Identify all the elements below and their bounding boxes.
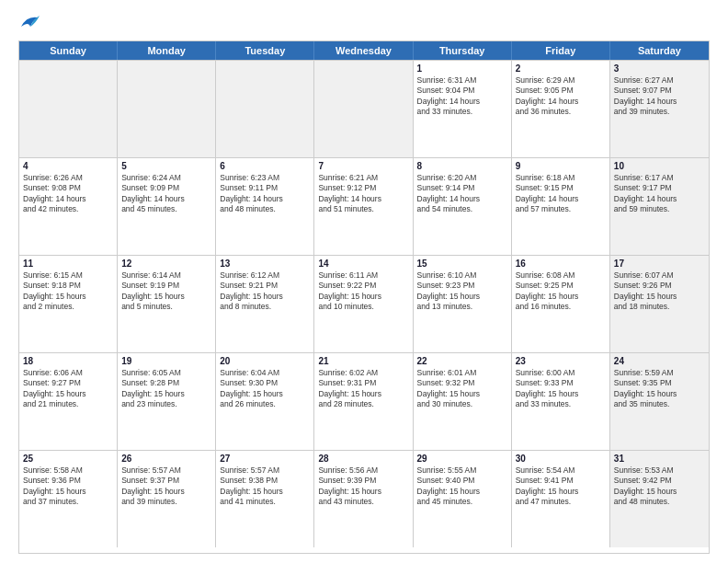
calendar-row-1: 4Sunrise: 6:26 AMSunset: 9:08 PMDaylight… bbox=[19, 157, 709, 255]
day-number: 9 bbox=[516, 161, 606, 171]
cell-info-line: Sunset: 9:05 PM bbox=[516, 86, 606, 96]
day-number: 23 bbox=[516, 356, 606, 366]
cell-info-line: and 26 minutes. bbox=[220, 399, 310, 409]
cell-info-line: Sunset: 9:11 PM bbox=[220, 183, 310, 193]
header-day-wednesday: Wednesday bbox=[314, 41, 413, 60]
day-number: 13 bbox=[220, 259, 310, 269]
day-number: 15 bbox=[417, 259, 507, 269]
cell-info-line: Sunset: 9:04 PM bbox=[417, 86, 507, 96]
cell-info-line: Daylight: 15 hours bbox=[614, 292, 705, 302]
cell-info-line: Daylight: 14 hours bbox=[417, 194, 507, 204]
cell-info-line: Sunrise: 6:14 AM bbox=[121, 270, 211, 281]
calendar-cell: 14Sunrise: 6:11 AMSunset: 9:22 PMDayligh… bbox=[314, 256, 413, 352]
calendar-cell: 10Sunrise: 6:17 AMSunset: 9:17 PMDayligh… bbox=[610, 158, 709, 255]
logo-bird-icon bbox=[19, 14, 40, 30]
cell-info-line: and 30 minutes. bbox=[417, 399, 507, 409]
cell-info-line: and 5 minutes. bbox=[121, 302, 211, 312]
cell-info-line: and 45 minutes. bbox=[121, 204, 211, 214]
day-number: 7 bbox=[318, 161, 408, 171]
cell-info-line: Sunset: 9:35 PM bbox=[614, 378, 705, 388]
calendar-cell: 16Sunrise: 6:08 AMSunset: 9:25 PMDayligh… bbox=[512, 256, 610, 352]
calendar-cell: 23Sunrise: 6:00 AMSunset: 9:33 PMDayligh… bbox=[512, 353, 610, 450]
calendar-cell: 11Sunrise: 6:15 AMSunset: 9:18 PMDayligh… bbox=[19, 256, 118, 352]
cell-info-line: Sunrise: 6:04 AM bbox=[220, 368, 310, 378]
cell-info-line: and 39 minutes. bbox=[614, 107, 705, 117]
day-number: 3 bbox=[614, 63, 705, 74]
cell-info-line: and 42 minutes. bbox=[23, 204, 113, 214]
calendar-cell: 25Sunrise: 5:58 AMSunset: 9:36 PMDayligh… bbox=[19, 451, 118, 547]
logo bbox=[18, 15, 40, 31]
cell-info-line: Sunset: 9:22 PM bbox=[318, 281, 408, 291]
day-number: 21 bbox=[318, 356, 408, 366]
cell-info-line: Sunrise: 6:02 AM bbox=[318, 368, 408, 378]
cell-info-line: Sunrise: 5:54 AM bbox=[516, 465, 606, 476]
cell-info-line: Daylight: 14 hours bbox=[318, 194, 408, 204]
cell-info-line: Sunset: 9:31 PM bbox=[318, 378, 408, 388]
cell-info-line: Sunset: 9:41 PM bbox=[516, 476, 606, 486]
cell-info-line: Daylight: 15 hours bbox=[318, 292, 408, 302]
cell-info-line: Sunrise: 6:18 AM bbox=[516, 173, 606, 183]
calendar: SundayMondayTuesdayWednesdayThursdayFrid… bbox=[18, 40, 710, 554]
cell-info-line: Sunset: 9:19 PM bbox=[121, 281, 211, 291]
calendar-cell: 7Sunrise: 6:21 AMSunset: 9:12 PMDaylight… bbox=[314, 158, 413, 255]
cell-info-line: Sunset: 9:17 PM bbox=[614, 183, 705, 193]
page: SundayMondayTuesdayWednesdayThursdayFrid… bbox=[0, 0, 728, 563]
day-number: 4 bbox=[23, 161, 113, 171]
cell-info-line: Sunset: 9:28 PM bbox=[121, 378, 211, 388]
cell-info-line: Daylight: 15 hours bbox=[220, 487, 310, 497]
cell-info-line: and 54 minutes. bbox=[417, 204, 507, 214]
cell-info-line: Sunset: 9:27 PM bbox=[23, 378, 113, 388]
cell-info-line: and 10 minutes. bbox=[318, 302, 408, 312]
day-number: 22 bbox=[417, 356, 507, 366]
cell-info-line: Sunset: 9:09 PM bbox=[121, 183, 211, 193]
cell-info-line: and 13 minutes. bbox=[417, 302, 507, 312]
day-number: 8 bbox=[417, 161, 507, 171]
cell-info-line: and 41 minutes. bbox=[220, 497, 310, 507]
cell-info-line: Daylight: 15 hours bbox=[121, 389, 211, 399]
day-number: 2 bbox=[516, 63, 606, 74]
cell-info-line: Daylight: 15 hours bbox=[121, 487, 211, 497]
cell-info-line: and 39 minutes. bbox=[121, 497, 211, 507]
calendar-header: SundayMondayTuesdayWednesdayThursdayFrid… bbox=[19, 41, 709, 60]
calendar-cell: 22Sunrise: 6:01 AMSunset: 9:32 PMDayligh… bbox=[414, 353, 512, 450]
calendar-cell: 27Sunrise: 5:57 AMSunset: 9:38 PMDayligh… bbox=[216, 451, 314, 547]
day-number: 6 bbox=[220, 161, 310, 171]
cell-info-line: Daylight: 15 hours bbox=[417, 487, 507, 497]
cell-info-line: Sunset: 9:40 PM bbox=[417, 476, 507, 486]
calendar-cell: 5Sunrise: 6:24 AMSunset: 9:09 PMDaylight… bbox=[118, 158, 216, 255]
cell-info-line: Daylight: 14 hours bbox=[516, 194, 606, 204]
cell-info-line: Sunrise: 6:15 AM bbox=[23, 270, 113, 281]
calendar-cell: 9Sunrise: 6:18 AMSunset: 9:15 PMDaylight… bbox=[512, 158, 610, 255]
cell-info-line: Daylight: 14 hours bbox=[614, 194, 705, 204]
cell-info-line: Daylight: 15 hours bbox=[614, 487, 705, 497]
calendar-cell bbox=[19, 61, 118, 157]
cell-info-line: and 47 minutes. bbox=[516, 497, 606, 507]
header-day-sunday: Sunday bbox=[19, 41, 118, 60]
day-number: 25 bbox=[23, 454, 113, 464]
cell-info-line: Sunset: 9:18 PM bbox=[23, 281, 113, 291]
cell-info-line: Sunset: 9:15 PM bbox=[516, 183, 606, 193]
calendar-cell: 26Sunrise: 5:57 AMSunset: 9:37 PMDayligh… bbox=[118, 451, 216, 547]
cell-info-line: and 28 minutes. bbox=[318, 399, 408, 409]
calendar-cell: 4Sunrise: 6:26 AMSunset: 9:08 PMDaylight… bbox=[19, 158, 118, 255]
header-day-tuesday: Tuesday bbox=[216, 41, 314, 60]
cell-info-line: and 59 minutes. bbox=[614, 204, 705, 214]
day-number: 10 bbox=[614, 161, 705, 171]
day-number: 29 bbox=[417, 454, 507, 464]
cell-info-line: and 51 minutes. bbox=[318, 204, 408, 214]
cell-info-line: Sunset: 9:33 PM bbox=[516, 378, 606, 388]
cell-info-line: Sunset: 9:39 PM bbox=[318, 476, 408, 486]
cell-info-line: Sunrise: 6:21 AM bbox=[318, 173, 408, 183]
cell-info-line: Daylight: 15 hours bbox=[516, 487, 606, 497]
calendar-cell: 1Sunrise: 6:31 AMSunset: 9:04 PMDaylight… bbox=[414, 61, 512, 157]
day-number: 12 bbox=[121, 259, 211, 269]
calendar-body: 1Sunrise: 6:31 AMSunset: 9:04 PMDaylight… bbox=[19, 60, 709, 547]
cell-info-line: and 21 minutes. bbox=[23, 399, 113, 409]
calendar-cell: 8Sunrise: 6:20 AMSunset: 9:14 PMDaylight… bbox=[414, 158, 512, 255]
cell-info-line: Sunrise: 6:05 AM bbox=[121, 368, 211, 378]
cell-info-line: Sunrise: 6:24 AM bbox=[121, 173, 211, 183]
cell-info-line: Daylight: 15 hours bbox=[220, 292, 310, 302]
cell-info-line: and 48 minutes. bbox=[614, 497, 705, 507]
cell-info-line: Sunset: 9:14 PM bbox=[417, 183, 507, 193]
cell-info-line: and 36 minutes. bbox=[516, 107, 606, 117]
